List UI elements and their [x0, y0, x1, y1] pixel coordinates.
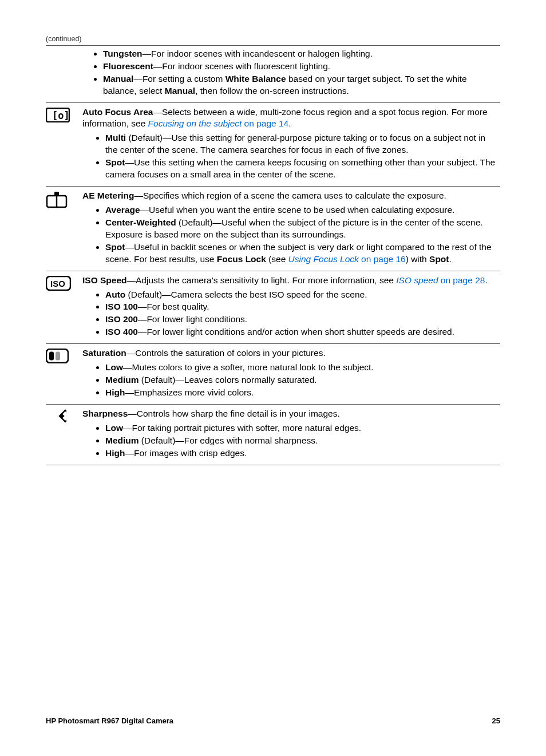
footer-product-name: HP Photosmart R967 Digital Camera: [46, 716, 173, 726]
list-item: Center-Weighted (Default)—Useful when th…: [105, 217, 500, 241]
list-item: Low—For taking portrait pictures with so…: [105, 422, 500, 434]
sharpness-icon: [50, 409, 66, 425]
svg-text:[o]: [o]: [52, 109, 70, 121]
section-saturation: Saturation—Controls the saturation of co…: [46, 344, 500, 405]
svg-text:ISO: ISO: [50, 279, 65, 288]
continued-label: (continued): [46, 34, 500, 46]
section-iso-speed: ISO ISO Speed—Adjusts the camera's sensi…: [46, 271, 500, 345]
list-item: Medium (Default)—For edges with normal s…: [105, 435, 500, 447]
list-item: Tungsten—For indoor scenes with incandes…: [103, 48, 500, 60]
link-focus-lock[interactable]: Using Focus Lock: [288, 254, 359, 264]
link-page-14[interactable]: on page 14: [242, 118, 288, 128]
svg-rect-4: [54, 192, 59, 196]
section-auto-focus-area: [o] Auto Focus Area—Selects between a wi…: [46, 103, 500, 187]
iso-speed-icon: ISO: [46, 276, 71, 291]
link-page-28[interactable]: on page 28: [438, 275, 485, 285]
footer-page-number: 25: [492, 716, 500, 726]
list-item: High—Emphasizes more vivid colors.: [105, 387, 500, 399]
ae-metering-icon: [46, 191, 68, 208]
list-item: Medium (Default)—Leaves colors normally …: [105, 374, 500, 386]
list-item: Spot—Useful in backlit scenes or when th…: [105, 242, 500, 266]
list-item: Fluorescent—For indoor scenes with fluor…: [103, 61, 500, 73]
svg-rect-8: [49, 352, 54, 361]
link-focusing[interactable]: Focusing on the subject: [148, 118, 242, 128]
section-sharpness: Sharpness—Controls how sharp the fine de…: [46, 405, 500, 465]
list-item: ISO 100—For best quality.: [105, 301, 500, 313]
list-item: Low—Mutes colors to give a softer, more …: [105, 362, 500, 374]
link-page-16[interactable]: on page 16: [359, 254, 406, 264]
list-item: Multi (Default)—Use this setting for gen…: [105, 132, 500, 156]
section-ae-metering: AE Metering—Specifies which region of a …: [46, 187, 500, 271]
page-footer: HP Photosmart R967 Digital Camera 25: [46, 716, 500, 726]
list-item: ISO 200—For lower light conditions.: [105, 314, 500, 326]
saturation-icon: [46, 349, 69, 363]
list-item: Spot—Use this setting when the camera ke…: [105, 157, 500, 181]
list-item: High—For images with crisp edges.: [105, 448, 500, 460]
section-white-balance-continued: Tungsten—For indoor scenes with incandes…: [46, 48, 500, 103]
svg-rect-9: [56, 352, 60, 361]
description: AE Metering—Specifies which region of a …: [82, 190, 500, 202]
list-item: Auto (Default)—Camera selects the best I…: [105, 289, 500, 301]
auto-focus-area-icon: [o]: [46, 108, 70, 122]
list-item: Average—Useful when you want the entire …: [105, 204, 500, 216]
description: Auto Focus Area—Selects between a wide, …: [82, 106, 500, 130]
description: ISO Speed—Adjusts the camera's sensitivi…: [82, 275, 500, 287]
link-iso-speed[interactable]: ISO speed: [396, 275, 438, 285]
description: Sharpness—Controls how sharp the fine de…: [82, 408, 500, 420]
list-item: Manual—For setting a custom White Balanc…: [103, 73, 500, 97]
description: Saturation—Controls the saturation of co…: [82, 347, 500, 359]
list-item: ISO 400—For lower light conditions and/o…: [105, 326, 500, 338]
